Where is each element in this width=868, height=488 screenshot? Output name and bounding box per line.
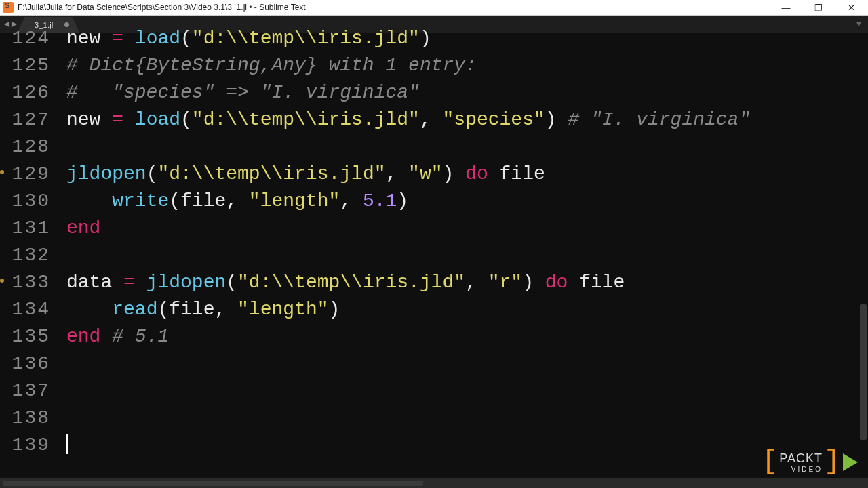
line-number: 126 <box>0 79 60 106</box>
code-line[interactable] <box>66 432 868 459</box>
vertical-scrollbar-thumb[interactable] <box>860 304 867 440</box>
text-cursor <box>66 434 68 454</box>
line-number: 135 <box>0 323 60 350</box>
window-titlebar: F:\Julia\Julia for Data Science\Scripts\… <box>0 0 868 16</box>
horizontal-scrollbar-thumb[interactable] <box>3 481 423 486</box>
line-number: 137 <box>0 378 60 405</box>
code-line[interactable] <box>66 405 868 432</box>
line-number: 125 <box>0 52 60 79</box>
window-title: F:\Julia\Julia for Data Science\Scripts\… <box>18 3 777 12</box>
line-number: 134 <box>0 296 60 323</box>
line-number: 127 <box>0 106 60 134</box>
vertical-scrollbar[interactable] <box>860 33 867 478</box>
line-number: 129 <box>0 161 60 188</box>
code-line[interactable]: read(file, "length") <box>66 296 868 323</box>
line-number: 128 <box>0 134 60 161</box>
code-line[interactable]: # Dict{ByteString,Any} with 1 entry: <box>66 52 868 79</box>
line-number: 138 <box>0 405 60 432</box>
code-line[interactable]: end <box>66 215 868 242</box>
line-number: 136 <box>0 350 60 378</box>
code-line[interactable]: new = load("d:\\temp\\iris.jld") <box>66 25 868 52</box>
status-bar <box>0 478 868 488</box>
app-icon <box>3 2 14 13</box>
line-number: 132 <box>0 242 60 269</box>
code-line[interactable]: # "species" => "I. virginica" <box>66 79 868 106</box>
code-line[interactable] <box>66 134 868 161</box>
code-line[interactable]: data = jldopen("d:\\temp\\iris.jld", "r"… <box>66 269 868 296</box>
code-line[interactable] <box>66 242 868 269</box>
code-line[interactable] <box>66 378 868 405</box>
editor-area[interactable]: 1241251261271281291301311321331341351361… <box>0 33 868 478</box>
line-number: 130 <box>0 188 60 215</box>
line-number: 133 <box>0 269 60 296</box>
close-button[interactable]: ✕ <box>842 3 860 13</box>
code-content[interactable]: new = load("d:\\temp\\iris.jld")# Dict{B… <box>60 33 868 478</box>
minimize-button[interactable]: — <box>777 3 795 13</box>
code-line[interactable]: end # 5.1 <box>66 323 868 350</box>
line-number: 139 <box>0 432 60 459</box>
line-number: 131 <box>0 215 60 242</box>
code-line[interactable]: new = load("d:\\temp\\iris.jld", "specie… <box>66 106 868 134</box>
code-line[interactable]: jldopen("d:\\temp\\iris.jld", "w") do fi… <box>66 161 868 188</box>
line-number: 124 <box>0 25 60 52</box>
code-line[interactable] <box>66 350 868 378</box>
line-number-gutter: 1241251261271281291301311321331341351361… <box>0 33 60 478</box>
code-line[interactable]: write(file, "length", 5.1) <box>66 188 868 215</box>
maximize-button[interactable]: ❐ <box>810 3 827 13</box>
